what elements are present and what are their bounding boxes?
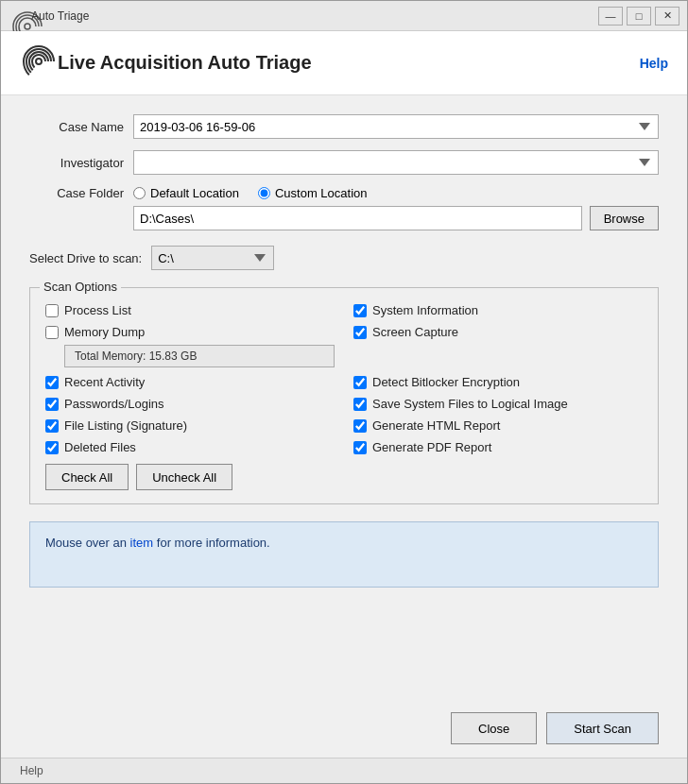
checkbox-deleted-files-input[interactable] — [45, 441, 59, 454]
maximize-button[interactable]: □ — [627, 7, 651, 26]
checkbox-generate-pdf[interactable]: Generate PDF Report — [353, 440, 643, 454]
minimize-button[interactable]: — — [598, 7, 623, 26]
drive-row: Select Drive to scan: C:\ — [29, 246, 659, 270]
memory-info-box: Total Memory: 15.83 GB — [64, 345, 335, 367]
scan-options-left-4: Passwords/Logins — [45, 397, 335, 411]
main-content: Case Name 2019-03-06 16-59-06 Investigat… — [1, 95, 687, 703]
investigator-control — [133, 150, 659, 175]
info-box-prefix: Mouse over an — [45, 536, 130, 550]
scan-options-box: Scan Options Process List System Informa… — [29, 287, 659, 504]
checkbox-generate-html-label: Generate HTML Report — [372, 418, 500, 433]
checkbox-detect-bitlocker-input[interactable] — [353, 376, 367, 389]
scan-options-memory-col: Memory Dump Total Memory: 15.83 GB — [45, 325, 335, 367]
case-folder-label: Case Folder — [29, 186, 124, 200]
checkbox-file-listing[interactable]: File Listing (Signature) — [45, 418, 335, 433]
checkbox-detect-bitlocker[interactable]: Detect Bitlocker Encryption — [353, 375, 643, 389]
checkbox-passwords-logins-input[interactable] — [45, 398, 59, 411]
checkbox-recent-activity[interactable]: Recent Activity — [45, 375, 335, 389]
title-bar: Auto Triage — □ ✕ — [1, 1, 687, 31]
case-folder-label-row: Case Folder Default Location Custom Loca… — [29, 186, 659, 200]
checkbox-screen-capture-input[interactable] — [353, 326, 367, 339]
svg-point-1 — [36, 59, 42, 64]
case-name-control: 2019-03-06 16-59-06 — [133, 114, 659, 139]
checkbox-passwords-logins-label: Passwords/Logins — [64, 397, 164, 411]
checkbox-save-system-files-label: Save System Files to Logical Image — [372, 397, 568, 411]
scan-options-left: Process List — [45, 303, 335, 317]
scan-options-legend: Scan Options — [40, 280, 121, 294]
folder-input-row: Browse — [29, 206, 659, 230]
checkbox-memory-dump-input[interactable] — [45, 326, 59, 339]
drive-select-dropdown[interactable]: C:\ — [151, 246, 274, 270]
scan-options-right-2: Screen Capture — [353, 325, 643, 367]
checkbox-passwords-logins[interactable]: Passwords/Logins — [45, 397, 335, 411]
case-folder-section: Case Folder Default Location Custom Loca… — [29, 186, 659, 230]
app-window: Auto Triage — □ ✕ Live Acquisition Auto … — [0, 0, 688, 784]
app-footer: Help — [1, 758, 687, 783]
app-title: Live Acquisition Auto Triage — [58, 52, 312, 74]
scan-options-left-3: Recent Activity — [45, 375, 335, 389]
info-box-suffix: for more information. — [153, 536, 270, 550]
scan-options-right-3: Detect Bitlocker Encryption — [353, 375, 643, 389]
start-scan-button[interactable]: Start Scan — [546, 712, 659, 744]
checkbox-memory-dump[interactable]: Memory Dump — [45, 325, 335, 339]
checkbox-recent-activity-label: Recent Activity — [64, 375, 145, 389]
checkbox-save-system-files[interactable]: Save System Files to Logical Image — [353, 397, 643, 411]
scan-options-right-6: Generate PDF Report — [353, 440, 643, 454]
info-box: Mouse over an item for more information. — [29, 521, 659, 588]
info-box-highlight: item — [130, 536, 154, 550]
radio-default-label: Default Location — [150, 186, 239, 200]
svg-point-0 — [25, 24, 30, 29]
bottom-buttons-row: Close Start Scan — [1, 703, 687, 758]
folder-path-input[interactable] — [133, 206, 582, 230]
checkbox-deleted-files-label: Deleted Files — [64, 440, 136, 454]
checkbox-generate-pdf-input[interactable] — [353, 441, 367, 454]
app-icon — [9, 8, 26, 25]
scan-options-left-6: Deleted Files — [45, 440, 335, 454]
scan-options-right-4: Save System Files to Logical Image — [353, 397, 643, 411]
check-all-button[interactable]: Check All — [45, 464, 129, 490]
checkbox-deleted-files[interactable]: Deleted Files — [45, 440, 335, 454]
checkbox-recent-activity-input[interactable] — [45, 376, 59, 389]
checkbox-generate-html[interactable]: Generate HTML Report — [353, 418, 643, 433]
checkbox-detect-bitlocker-label: Detect Bitlocker Encryption — [372, 375, 520, 389]
uncheck-all-button[interactable]: Uncheck All — [136, 464, 232, 490]
help-link[interactable]: Help — [640, 56, 668, 71]
radio-options: Default Location Custom Location — [133, 186, 659, 200]
checkbox-process-list[interactable]: Process List — [45, 303, 335, 317]
case-name-label: Case Name — [29, 120, 124, 134]
scan-options-right-1: System Information — [353, 303, 643, 317]
checkbox-save-system-files-input[interactable] — [353, 398, 367, 411]
investigator-row: Investigator — [29, 150, 659, 175]
checkbox-system-info[interactable]: System Information — [353, 303, 643, 317]
browse-button[interactable]: Browse — [590, 206, 659, 230]
app-header: Live Acquisition Auto Triage Help — [1, 31, 687, 95]
close-button[interactable]: Close — [451, 712, 537, 744]
footer-label: Help — [20, 764, 43, 777]
checkbox-generate-pdf-label: Generate PDF Report — [372, 440, 491, 454]
investigator-dropdown[interactable] — [133, 150, 659, 175]
title-bar-controls: — □ ✕ — [598, 7, 679, 26]
header-fingerprint-icon — [20, 43, 58, 83]
radio-default-input[interactable] — [133, 187, 146, 199]
drive-select-label: Select Drive to scan: — [29, 251, 142, 265]
checkbox-system-info-label: System Information — [372, 303, 478, 317]
radio-custom-label: Custom Location — [275, 186, 368, 200]
checkbox-screen-capture-label: Screen Capture — [372, 325, 458, 339]
title-bar-text: Auto Triage — [31, 9, 598, 23]
close-window-button[interactable]: ✕ — [655, 7, 679, 26]
radio-custom-input[interactable] — [258, 187, 270, 199]
checkbox-generate-html-input[interactable] — [353, 419, 367, 433]
scan-options-left-5: File Listing (Signature) — [45, 418, 335, 433]
checkbox-system-info-input[interactable] — [353, 304, 367, 317]
checkbox-screen-capture[interactable]: Screen Capture — [353, 325, 643, 339]
checkbox-memory-dump-label: Memory Dump — [64, 325, 145, 339]
case-name-dropdown[interactable]: 2019-03-06 16-59-06 — [133, 114, 659, 139]
radio-custom-option[interactable]: Custom Location — [258, 186, 368, 200]
case-name-row: Case Name 2019-03-06 16-59-06 — [29, 114, 659, 139]
check-btns-row: Check All Uncheck All — [45, 464, 643, 490]
checkbox-process-list-label: Process List — [64, 303, 131, 317]
radio-default-option[interactable]: Default Location — [133, 186, 239, 200]
checkbox-process-list-input[interactable] — [45, 304, 59, 317]
checkbox-file-listing-label: File Listing (Signature) — [64, 418, 187, 433]
checkbox-file-listing-input[interactable] — [45, 419, 59, 433]
